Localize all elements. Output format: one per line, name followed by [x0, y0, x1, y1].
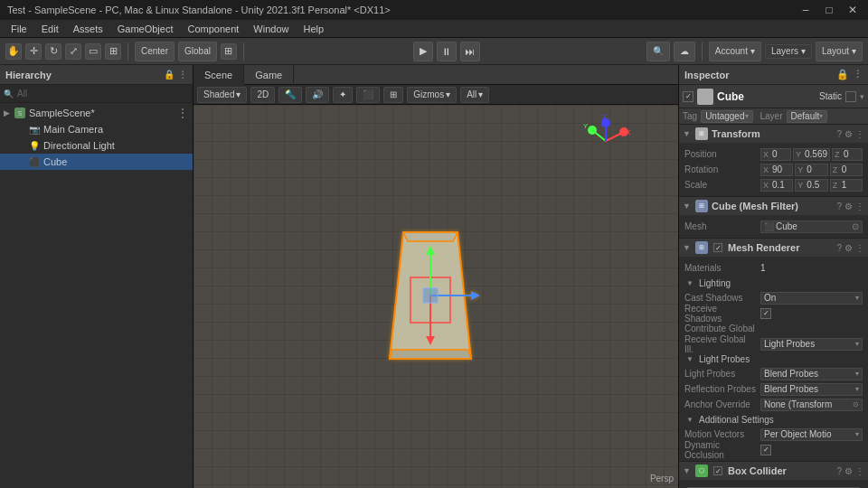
minimize-button[interactable]: – — [797, 2, 814, 18]
lightprobes-subsection-header[interactable]: ▼ Light Probes — [683, 352, 864, 366]
gizmos-dropdown[interactable]: Gizmos ▾ — [407, 87, 457, 103]
menu-help[interactable]: Help — [296, 22, 331, 36]
object-active-checkbox[interactable]: ✓ — [683, 91, 693, 102]
scene-tab[interactable]: Scene — [193, 65, 244, 85]
mesh-filter-more[interactable]: ⋮ — [855, 202, 864, 211]
menu-component[interactable]: Component — [180, 22, 246, 36]
rect-tool[interactable]: ▭ — [85, 43, 101, 60]
maximize-button[interactable]: □ — [821, 2, 837, 18]
inspector-lock-icon[interactable]: 🔒 — [836, 69, 849, 80]
move-tool[interactable]: ✛ — [25, 43, 42, 60]
snap-tool[interactable]: ⊞ — [221, 43, 237, 60]
multi-tool[interactable]: ⊞ — [105, 43, 121, 60]
position-y-field[interactable]: Y 0.569 — [793, 148, 830, 161]
tag-dropdown[interactable]: Untagged ▾ — [701, 110, 752, 123]
rot-x-label: X — [763, 165, 772, 174]
hand-tool[interactable]: ✋ — [5, 43, 22, 60]
box-collider-header[interactable]: ▼ ⬡ ✓ Box Collider ? ⚙ ⋮ — [679, 462, 868, 480]
center-panel: Scene Game Shaded ▾ 2D 🔦 🔊 ✦ ⬛ ⊞ Gizmos … — [193, 65, 678, 488]
scale-x-field[interactable]: X 0.1 — [760, 179, 793, 192]
dynamic-occlusion-check[interactable]: ✓ — [760, 445, 771, 455]
scale-label: Scale — [684, 180, 757, 190]
mesh-renderer-checkbox[interactable]: ✓ — [713, 243, 722, 252]
hierarchy-item-cube[interactable]: ⬛ Cube — [0, 154, 193, 170]
rotation-x-field[interactable]: X 90 — [760, 164, 793, 176]
grid-toggle[interactable]: ⊞ — [383, 87, 403, 103]
pause-button[interactable]: ⏸ — [437, 42, 457, 61]
reflection-probes-select[interactable]: Blend Probes ▾ — [760, 383, 863, 396]
static-dropdown-arrow[interactable]: ▾ — [860, 92, 864, 101]
hierarchy-item-directionallight[interactable]: 💡 Directional Light — [0, 137, 193, 154]
transform-header[interactable]: ▼ ⊞ Transform ? ⚙ ⋮ — [679, 125, 868, 143]
menu-file[interactable]: File — [4, 22, 34, 36]
layers-button[interactable]: Layers ▾ — [765, 44, 812, 59]
mesh-filter-header[interactable]: ▼ ⊞ Cube (Mesh Filter) ? ⚙ ⋮ — [679, 197, 868, 215]
menu-window[interactable]: Window — [246, 22, 296, 36]
menu-gameobject[interactable]: GameObject — [110, 22, 181, 36]
rotate-tool[interactable]: ↻ — [45, 43, 61, 60]
box-collider-settings[interactable]: ⚙ — [844, 466, 853, 476]
hierarchy-item-maincamera[interactable]: 📷 Main Camera — [0, 121, 193, 137]
light-toggle[interactable]: 🔦 — [278, 87, 302, 103]
layer-dropdown[interactable]: Default ▾ — [787, 110, 828, 123]
all-dropdown[interactable]: All ▾ — [460, 87, 489, 103]
cloud-button[interactable]: ☁ — [674, 42, 695, 61]
hierarchy-menu-icon[interactable]: ⋮ — [178, 70, 187, 80]
scale-y-field[interactable]: Y 0.5 — [795, 179, 827, 192]
hierarchy-lock-icon[interactable]: 🔒 — [164, 70, 175, 80]
mesh-renderer-more[interactable]: ⋮ — [855, 243, 864, 253]
cast-shadows-select[interactable]: On ▾ — [760, 292, 863, 305]
lighting-subsection-header[interactable]: ▼ Lighting — [683, 276, 864, 290]
fx-toggle[interactable]: ✦ — [333, 87, 353, 103]
scale-z-field[interactable]: Z 1 — [830, 179, 863, 192]
receive-shadows-check[interactable]: ✓ — [760, 308, 771, 319]
game-tab[interactable]: Game — [244, 65, 294, 85]
scale-tool[interactable]: ⤢ — [65, 43, 81, 60]
mesh-renderer-settings[interactable]: ⚙ — [844, 243, 853, 253]
layout-button[interactable]: Layout ▾ — [816, 42, 863, 61]
global-toggle[interactable]: Global — [178, 42, 217, 61]
box-collider-help[interactable]: ? — [836, 466, 842, 476]
menu-assets[interactable]: Assets — [66, 22, 110, 36]
mesh-value-field[interactable]: ⬛ Cube ⊙ — [760, 221, 863, 233]
position-z-field[interactable]: Z 0 — [832, 148, 863, 161]
anchor-override-select[interactable]: None (Transform ⊙ — [760, 399, 863, 411]
rotation-y-field[interactable]: Y 0 — [795, 164, 827, 176]
window-controls[interactable]: – □ ✕ — [797, 2, 861, 18]
scene-viewport[interactable]: X Y Z Persp — [193, 105, 678, 488]
menu-edit[interactable]: Edit — [34, 22, 66, 36]
center-toggle[interactable]: Center — [135, 42, 175, 61]
shaded-dropdown[interactable]: Shaded ▾ — [197, 87, 247, 103]
search-button[interactable]: 🔍 — [646, 42, 670, 61]
transform-more-icon[interactable]: ⋮ — [855, 129, 864, 139]
mesh-filter-settings[interactable]: ⚙ — [844, 202, 853, 211]
box-collider-checkbox[interactable]: ✓ — [713, 466, 722, 475]
box-collider-icon: ⬡ — [695, 465, 708, 477]
mesh-renderer-header[interactable]: ▼ ⊞ ✓ Mesh Renderer ? ⚙ ⋮ — [679, 239, 868, 257]
scene-tab-label: Scene — [204, 70, 232, 80]
hierarchy-item-samplescene[interactable]: ▶ S SampleScene* ⋮ — [0, 105, 193, 121]
play-button[interactable]: ▶ — [413, 42, 433, 61]
transform-settings-icon[interactable]: ⚙ — [844, 129, 853, 139]
motion-vectors-select[interactable]: Per Object Motio ▾ — [760, 428, 863, 441]
hierarchy-tab[interactable]: Hierarchy — [5, 70, 52, 80]
additional-settings-header[interactable]: ▼ Additional Settings — [683, 412, 864, 427]
close-button[interactable]: ✕ — [844, 2, 861, 18]
transform-help-icon[interactable]: ? — [836, 129, 842, 139]
mesh-select-icon[interactable]: ⊙ — [852, 221, 859, 231]
scene-icon-btn[interactable]: ⬛ — [356, 87, 380, 103]
static-checkbox[interactable] — [845, 91, 856, 102]
audio-toggle[interactable]: 🔊 — [306, 87, 329, 103]
position-x-field[interactable]: X 0 — [760, 148, 791, 161]
account-button[interactable]: Account ▾ — [709, 42, 761, 61]
box-collider-more[interactable]: ⋮ — [855, 466, 864, 476]
mesh-renderer-help[interactable]: ? — [836, 243, 842, 253]
2d-toggle[interactable]: 2D — [250, 87, 275, 103]
receive-global-select[interactable]: Light Probes ▾ — [760, 338, 863, 351]
mesh-filter-help[interactable]: ? — [836, 202, 842, 211]
scene-options-icon[interactable]: ⋮ — [176, 106, 189, 120]
inspector-menu-icon[interactable]: ⋮ — [853, 69, 863, 80]
rotation-z-field[interactable]: Z 0 — [830, 164, 863, 176]
light-probes-select[interactable]: Blend Probes ▾ — [760, 368, 863, 380]
step-button[interactable]: ⏭ — [460, 42, 480, 61]
